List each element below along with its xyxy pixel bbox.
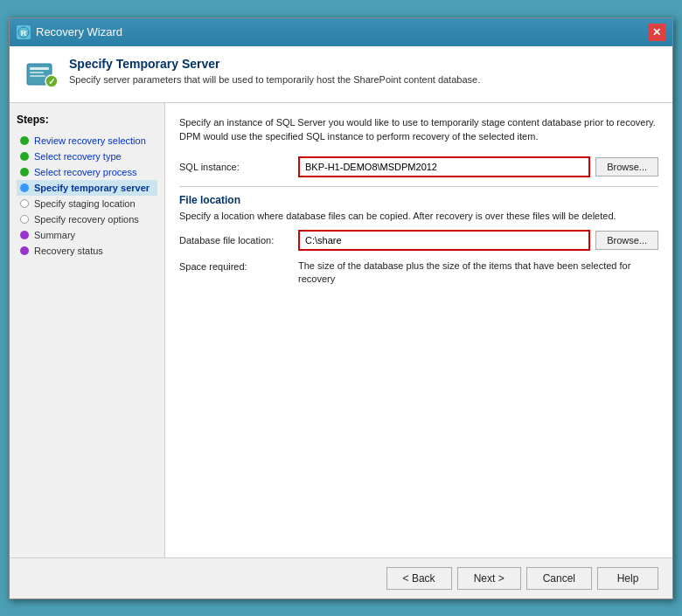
svg-rect-4 xyxy=(30,72,44,73)
svg-text:✓: ✓ xyxy=(48,77,55,87)
dot-icon-select-type xyxy=(20,152,29,161)
main-content: Steps: Review recovery selection Select … xyxy=(10,103,672,557)
dot-icon-recovery-status xyxy=(20,246,29,255)
svg-text:R: R xyxy=(21,29,27,38)
close-button[interactable]: ✕ xyxy=(648,24,665,41)
svg-rect-5 xyxy=(30,75,45,77)
sidebar-label-summary: Summary xyxy=(34,230,75,240)
title-bar-left: R Recovery Wizard xyxy=(17,25,122,39)
footer: < Back Next > Cancel Help xyxy=(10,557,672,599)
sidebar: Steps: Review recovery selection Select … xyxy=(10,103,165,557)
dot-icon-temp-server xyxy=(20,183,29,192)
dot-icon-review xyxy=(20,136,29,145)
help-button[interactable]: Help xyxy=(597,567,658,590)
title-bar: R Recovery Wizard ✕ xyxy=(10,18,672,46)
header-text: Specify Temporary Server Specify server … xyxy=(69,57,480,85)
sidebar-item-review-recovery-selection[interactable]: Review recovery selection xyxy=(17,133,157,149)
content-description: Specify an instance of SQL Server you wo… xyxy=(179,115,658,144)
cancel-button[interactable]: Cancel xyxy=(526,567,592,590)
content-panel: Specify an instance of SQL Server you wo… xyxy=(165,103,672,557)
sql-instance-label: SQL instance: xyxy=(179,162,293,172)
db-file-location-input[interactable] xyxy=(300,232,588,249)
space-required-label: Space required: xyxy=(179,260,293,272)
sidebar-item-recovery-status: Recovery status xyxy=(17,243,157,259)
db-file-location-label: Database file location: xyxy=(179,235,293,246)
dot-icon-summary xyxy=(20,231,29,239)
sidebar-item-specify-temporary-server: Specify temporary server xyxy=(17,180,157,196)
sidebar-item-select-recovery-process[interactable]: Select recovery process xyxy=(17,164,157,180)
db-file-location-row: Database file location: Browse... xyxy=(179,230,658,251)
sidebar-item-summary: Summary xyxy=(17,227,157,243)
dot-icon-staging xyxy=(20,199,29,208)
divider xyxy=(179,186,658,187)
sidebar-label-select-process: Select recovery process xyxy=(34,167,136,177)
browse-sql-button[interactable]: Browse... xyxy=(595,157,658,176)
dot-icon-select-process xyxy=(20,168,29,176)
recovery-wizard-window: R Recovery Wizard ✕ ✓ Specify Temporary … xyxy=(9,17,673,599)
sidebar-label-select-type: Select recovery type xyxy=(34,151,122,162)
space-required-row: Space required: The size of the database… xyxy=(179,260,658,287)
header-title: Specify Temporary Server xyxy=(69,57,480,71)
svg-rect-3 xyxy=(30,67,49,70)
space-required-desc: The size of the database plus the size o… xyxy=(298,260,658,287)
window-icon: R xyxy=(17,25,31,39)
sidebar-label-recovery-status: Recovery status xyxy=(34,246,103,256)
sidebar-label-temp-server: Specify temporary server xyxy=(34,183,150,193)
sql-instance-row: SQL instance: Browse... xyxy=(179,156,658,177)
dot-icon-recovery-opts xyxy=(20,215,29,224)
header-icon: ✓ xyxy=(24,57,59,92)
sidebar-item-select-recovery-type[interactable]: Select recovery type xyxy=(17,149,157,164)
sidebar-item-specify-staging-location: Specify staging location xyxy=(17,196,157,211)
browse-db-button[interactable]: Browse... xyxy=(595,231,658,250)
db-input-wrapper xyxy=(298,230,590,251)
sidebar-item-specify-recovery-options: Specify recovery options xyxy=(17,211,157,227)
sql-input-wrapper xyxy=(298,156,590,177)
sidebar-label-review: Review recovery selection xyxy=(34,135,146,146)
sql-instance-input[interactable] xyxy=(300,158,588,176)
next-button[interactable]: Next > xyxy=(457,567,521,590)
sidebar-title: Steps: xyxy=(17,114,157,126)
sidebar-label-staging: Specify staging location xyxy=(34,198,136,209)
header-description: Specify server parameters that will be u… xyxy=(69,74,480,85)
back-button[interactable]: < Back xyxy=(386,567,452,590)
file-location-title: File location xyxy=(179,194,658,206)
window-title: Recovery Wizard xyxy=(36,25,122,38)
sidebar-label-recovery-opts: Specify recovery options xyxy=(34,214,139,225)
file-location-desc: Specify a location where database files … xyxy=(179,210,658,223)
header-section: ✓ Specify Temporary Server Specify serve… xyxy=(10,46,672,103)
